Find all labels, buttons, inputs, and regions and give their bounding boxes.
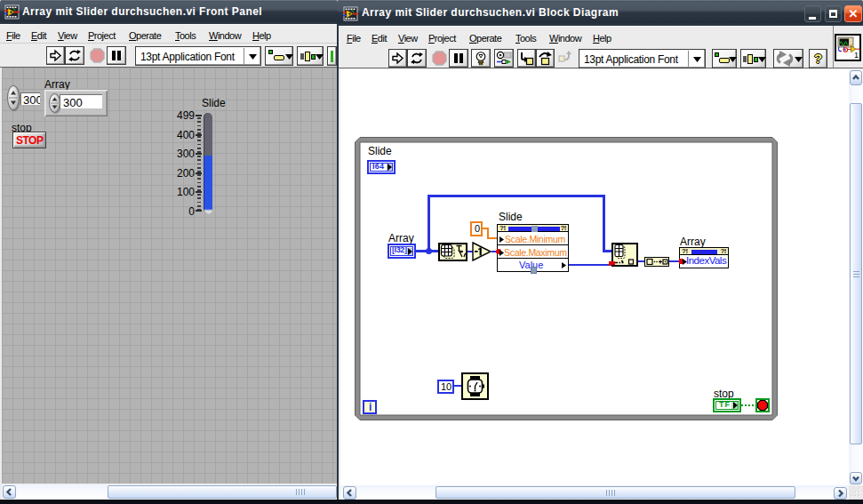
svg-text:1: 1	[854, 51, 859, 60]
